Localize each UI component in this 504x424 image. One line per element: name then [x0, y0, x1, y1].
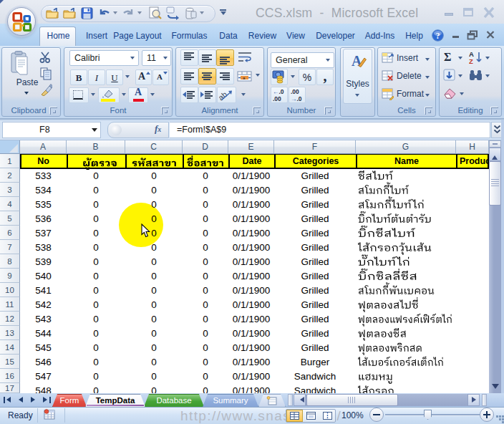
svg-text:Z: Z [469, 57, 473, 64]
svg-text:?: ? [436, 32, 440, 40]
